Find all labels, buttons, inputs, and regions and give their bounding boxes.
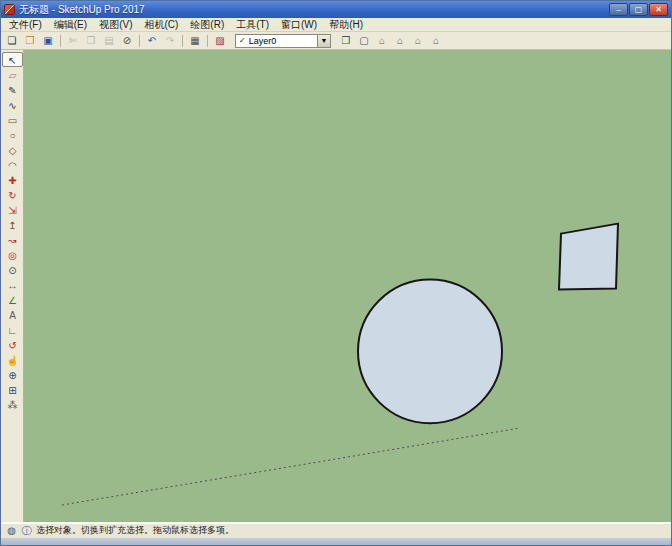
layers-dropdown[interactable]: ✓ Layer0 ▼ [235, 34, 331, 48]
square-face[interactable] [559, 224, 618, 290]
circle-face[interactable] [358, 280, 502, 424]
active-layer-name: Layer0 [249, 35, 317, 47]
caption-buttons: – ▢ ✕ [609, 3, 668, 16]
title-bar: 无标题 - SketchUp Pro 2017 – ▢ ✕ [1, 1, 671, 18]
view-iso-button[interactable]: ❒ [337, 33, 355, 48]
view-left-button[interactable]: ⌂ [427, 33, 445, 48]
toolbar-views-group: ❒▢⌂⌂⌂⌂ [337, 33, 445, 48]
axes-tool-button[interactable]: ∟ [2, 322, 23, 337]
polygon-tool-button[interactable]: ◇ [2, 142, 23, 157]
main-toolbar: ❏❐▣✄❒▤⊘↶↷▦▨ ✓ Layer0 ▼ ❒▢⌂⌂⌂⌂ [1, 32, 671, 50]
print-button[interactable]: ▦ [186, 33, 204, 48]
eraser-tool-button[interactable]: ▱ [2, 67, 23, 82]
cut-button[interactable]: ✄ [64, 33, 82, 48]
erase-button[interactable]: ⊘ [118, 33, 136, 48]
freehand-tool-button[interactable]: ∿ [2, 97, 23, 112]
menu-edit[interactable]: 编辑(E) [48, 18, 93, 32]
close-button[interactable]: ✕ [649, 3, 668, 16]
tool-palette: ↖▱✎∿▭○◇◠✚↻⇲↥↝◎⊙↔∠A∟↺☝⊕⊞⁂ [1, 50, 24, 522]
window-bottom-frame [1, 538, 671, 545]
maximize-button[interactable]: ▢ [629, 3, 648, 16]
zoom-tool-button[interactable]: ⊕ [2, 367, 23, 382]
canvas-container [24, 50, 671, 522]
tape-measure-tool-button[interactable]: ⊙ [2, 262, 23, 277]
status-message: 选择对象。切换到扩充选择。拖动鼠标选择多项。 [36, 523, 234, 538]
push-pull-tool-button[interactable]: ↥ [2, 217, 23, 232]
move-tool-button[interactable]: ✚ [2, 172, 23, 187]
text-tool-button[interactable]: A [2, 307, 23, 322]
menu-help[interactable]: 帮助(H) [323, 18, 369, 32]
drawing-canvas[interactable] [24, 50, 671, 522]
menu-window[interactable]: 窗口(W) [275, 18, 323, 32]
menu-view[interactable]: 视图(V) [93, 18, 138, 32]
chevron-down-icon[interactable]: ▼ [317, 35, 330, 47]
main-area: ↖▱✎∿▭○◇◠✚↻⇲↥↝◎⊙↔∠A∟↺☝⊕⊞⁂ [1, 50, 671, 522]
rotate-tool-button[interactable]: ↻ [2, 187, 23, 202]
toolbar-separator [60, 35, 61, 47]
select-tool-button[interactable]: ↖ [2, 52, 23, 67]
offset-tool-button[interactable]: ◎ [2, 247, 23, 262]
arc-tool-button[interactable]: ◠ [2, 157, 23, 172]
circle-tool-button[interactable]: ○ [2, 127, 23, 142]
copy-button[interactable]: ❒ [82, 33, 100, 48]
save-button[interactable]: ▣ [39, 33, 57, 48]
sketchup-app-icon [4, 4, 15, 15]
follow-me-tool-button[interactable]: ↝ [2, 232, 23, 247]
redo-button[interactable]: ↷ [161, 33, 179, 48]
sketchup-window: 无标题 - SketchUp Pro 2017 – ▢ ✕ 文件(F)编辑(E)… [0, 0, 672, 546]
zoom-extents-tool-button[interactable]: ⊞ [2, 382, 23, 397]
menu-bar: 文件(F)编辑(E)视图(V)相机(C)绘图(R)工具(T)窗口(W)帮助(H) [1, 18, 671, 32]
toolbar-separator [182, 35, 183, 47]
undo-button[interactable]: ↶ [143, 33, 161, 48]
open-button[interactable]: ❐ [21, 33, 39, 48]
dimension-tool-button[interactable]: ↔ [2, 277, 23, 292]
toolbar-standard-group: ❏❐▣✄❒▤⊘↶↷▦▨ [3, 33, 229, 48]
toolbar-separator [139, 35, 140, 47]
scale-tool-button[interactable]: ⇲ [2, 202, 23, 217]
rectangle-tool-button[interactable]: ▭ [2, 112, 23, 127]
menu-camera[interactable]: 相机(C) [138, 18, 184, 32]
credits-icon[interactable]: ⓘ [20, 524, 33, 538]
line-tool-button[interactable]: ✎ [2, 82, 23, 97]
window-title: 无标题 - SketchUp Pro 2017 [19, 1, 605, 18]
model-info-button[interactable]: ▨ [211, 33, 229, 48]
view-front-button[interactable]: ⌂ [373, 33, 391, 48]
protractor-tool-button[interactable]: ∠ [2, 292, 23, 307]
view-back-button[interactable]: ⌂ [409, 33, 427, 48]
paste-button[interactable]: ▤ [100, 33, 118, 48]
status-bar: ◍ⓘ 选择对象。切换到扩充选择。拖动鼠标选择多项。 [1, 522, 671, 538]
layer-visible-check-icon: ✓ [239, 36, 246, 45]
new-button[interactable]: ❏ [3, 33, 21, 48]
status-icons: ◍ⓘ [5, 524, 33, 538]
geolocation-icon[interactable]: ◍ [5, 524, 18, 538]
toolbar-separator [207, 35, 208, 47]
menu-tools[interactable]: 工具(T) [230, 18, 275, 32]
pan-tool-button[interactable]: ☝ [2, 352, 23, 367]
view-right-button[interactable]: ⌂ [391, 33, 409, 48]
view-top-button[interactable]: ▢ [355, 33, 373, 48]
menu-file[interactable]: 文件(F) [3, 18, 48, 32]
orbit-tool-button[interactable]: ↺ [2, 337, 23, 352]
walk-tool-button[interactable]: ⁂ [2, 397, 23, 412]
minimize-button[interactable]: – [609, 3, 628, 16]
menu-draw[interactable]: 绘图(R) [184, 18, 230, 32]
